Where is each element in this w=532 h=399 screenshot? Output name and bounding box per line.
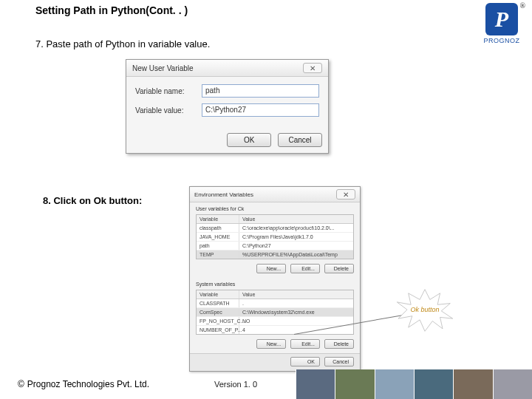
ok-button[interactable]: OK <box>290 357 320 366</box>
footer-image-strip <box>296 369 532 399</box>
dialog-titlebar: New User Variable ✕ <box>126 60 328 77</box>
step-7-text: 7. Paste path of Python in variable valu… <box>35 38 210 50</box>
new-button[interactable]: New... <box>256 264 286 273</box>
table-row[interactable]: TEMP %USERPROFILE%\AppData\Local\Temp <box>197 250 353 259</box>
table-row[interactable]: path C:\Python27 <box>197 242 353 250</box>
table-row[interactable]: classpath C:\oraclexe\app\oracle\product… <box>197 224 353 233</box>
table-row[interactable]: ComSpec C:\Windows\system32\cmd.exe <box>197 308 353 317</box>
cell-val: . <box>239 299 353 307</box>
user-variables-label: User variables for Ck <box>190 202 360 213</box>
delete-button[interactable]: Delete <box>324 339 354 349</box>
brand-logo: P ® PROGNOZ <box>479 3 525 44</box>
table-row[interactable]: FP_NO_HOST_C... NO <box>197 317 353 326</box>
step-8-text: 8. Click on Ok button: <box>43 195 142 206</box>
dialog-title-text: New User Variable <box>132 64 194 72</box>
variable-name-input[interactable]: path <box>202 84 319 98</box>
cell-var: classpath <box>197 224 239 232</box>
cell-var: FP_NO_HOST_C... <box>197 317 239 325</box>
cell-val: C:\Program Files\Java\jdk1.7.0 <box>239 233 353 241</box>
cell-var: path <box>197 242 239 250</box>
cell-var: CLASSPATH <box>197 299 239 307</box>
dialog2-titlebar: Environment Variables ✕ <box>190 187 360 202</box>
copyright-icon: © <box>18 379 24 389</box>
column-header-value: Value <box>239 290 353 299</box>
cancel-button[interactable]: Cancel <box>278 133 322 147</box>
table-row[interactable]: JAVA_HOME C:\Program Files\Java\jdk1.7.0 <box>197 233 353 242</box>
ok-button[interactable]: OK <box>227 133 271 147</box>
footer-photo <box>335 369 374 399</box>
cell-var: NUMBER_OF_P... <box>197 326 239 334</box>
footer-photo <box>453 369 492 399</box>
edit-button[interactable]: Edit... <box>290 339 320 349</box>
company-name: Prognoz Technologies Pvt. Ltd. <box>27 379 149 389</box>
table-row[interactable]: CLASSPATH . <box>197 299 353 308</box>
cell-val: C:\Windows\system32\cmd.exe <box>239 308 353 316</box>
cell-var: ComSpec <box>197 308 239 316</box>
dialog2-title-text: Environment Variables <box>194 191 253 198</box>
environment-variables-dialog: Environment Variables ✕ User variables f… <box>189 186 361 372</box>
callout-star: Ok button <box>392 288 458 332</box>
system-variables-label: System variables <box>190 278 360 288</box>
cell-val: C:\Python27 <box>239 242 353 250</box>
logo-name: PROGNOZ <box>479 37 525 44</box>
column-header-variable: Variable <box>197 290 239 299</box>
cell-val: %USERPROFILE%\AppData\Local\Temp <box>239 250 353 259</box>
variable-value-label: Variable value: <box>135 106 202 115</box>
registered-mark: ® <box>520 1 525 10</box>
cancel-button[interactable]: Cancel <box>324 357 354 366</box>
cell-var: TEMP <box>197 250 239 259</box>
close-icon[interactable]: ✕ <box>303 63 322 73</box>
footer-photo <box>493 369 532 399</box>
edit-button[interactable]: Edit... <box>290 264 320 273</box>
slide-title: Setting Path in Python(Cont. . ) <box>35 4 188 16</box>
close-icon[interactable]: ✕ <box>336 189 355 200</box>
cell-val: NO <box>239 317 353 325</box>
new-user-variable-dialog: New User Variable ✕ Variable name: path … <box>126 59 329 154</box>
variable-name-label: Variable name: <box>135 87 202 95</box>
delete-button[interactable]: Delete <box>324 264 354 273</box>
logo-mark: P ® <box>485 3 518 35</box>
footer-photo <box>414 369 453 399</box>
logo-glyph: P <box>495 7 508 32</box>
callout-label: Ok button <box>392 306 458 313</box>
column-header-value: Value <box>239 215 353 223</box>
footer-photo <box>296 369 335 399</box>
user-variables-table: Variable Value classpath C:\oraclexe\app… <box>196 214 354 259</box>
footer-photo <box>375 369 414 399</box>
variable-value-input[interactable]: C:\Python27 <box>202 103 319 117</box>
cell-var: JAVA_HOME <box>197 233 239 241</box>
new-button[interactable]: New... <box>256 339 286 349</box>
footer: © Prognoz Technologies Pvt. Ltd. Version… <box>0 369 532 399</box>
column-header-variable: Variable <box>197 215 239 223</box>
cell-val: C:\oraclexe\app\oracle\product\10.2.0\..… <box>239 224 353 232</box>
